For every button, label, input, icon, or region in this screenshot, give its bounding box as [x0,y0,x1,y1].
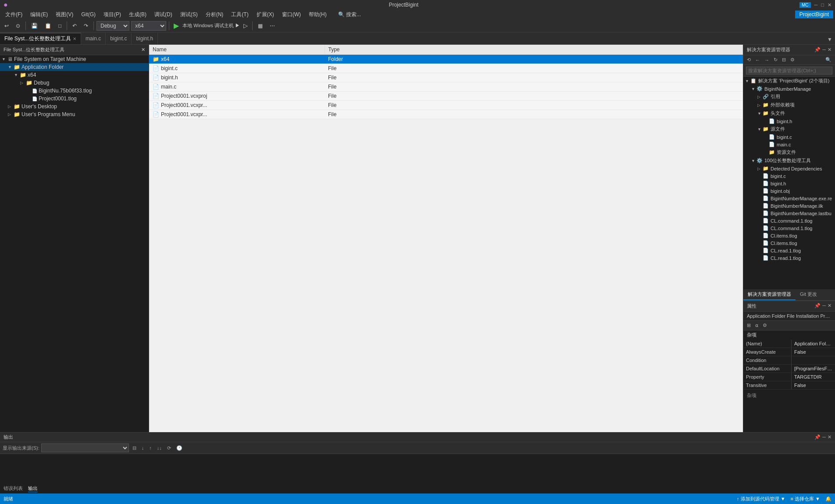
sol-tree-item[interactable]: 📄 bigint.c [743,172,835,180]
menu-edit[interactable]: 编辑(E) [27,10,51,19]
sol-tb-settings[interactable]: ⚙ [789,56,796,64]
menu-file[interactable]: 文件(F) [2,10,26,19]
menu-git[interactable]: Git(G) [78,11,99,18]
sol-tree-item[interactable]: 📄 CL.read.1.tlog [743,247,835,254]
toolbar-btn-2[interactable]: ⊙ [13,22,23,30]
tab-dropdown[interactable]: ▼ [824,35,835,44]
add-to-source-control[interactable]: ↑ 添加到源代码管理 ▼ [737,496,785,502]
tab-filesystem[interactable]: File Syst...位长整数处理工具 ✕ [0,33,81,44]
col-type[interactable]: Type [325,45,743,55]
table-row[interactable]: 📄Project0001.vcxpr...File [149,101,743,110]
tab-biginth[interactable]: bigint.h [132,33,158,44]
sol-tree-item[interactable]: ▼ 📋 解决方案 'ProjectBigint' (2个项目) [743,77,835,85]
toolbar-btn-3[interactable]: 📋 [42,22,54,30]
toolbar-undo[interactable]: ↶ [70,22,79,30]
sol-tree-item[interactable]: 📄 CL.read.1.tlog [743,254,835,262]
attach-button[interactable]: ▷ [242,22,250,29]
menu-project[interactable]: 项目(P) [100,10,125,19]
menu-build[interactable]: 生成(B) [125,10,150,19]
sol-tb-collapse[interactable]: ⊟ [780,56,788,64]
menu-view[interactable]: 视图(V) [52,10,77,19]
menu-debug[interactable]: 调试(D) [151,10,176,19]
sol-tree-item[interactable]: 📁 资源文件 [743,148,835,156]
sol-tb-sync[interactable]: ⟲ [745,56,753,64]
prop-value-cell[interactable]: [ProgramFilesFolder][... [792,365,835,373]
sol-tree-item[interactable]: ▼ 📁 源文件 [743,125,835,133]
prop-value-cell[interactable]: False [792,348,835,356]
table-row[interactable]: 📄bigint.cFile [149,64,743,73]
menu-window[interactable]: 窗口(W) [278,10,304,19]
prop-close-btn[interactable]: ✕ [828,303,831,309]
toolbar-redo[interactable]: ↷ [81,22,91,30]
toolbar-btn-more[interactable]: ▦ [255,22,265,30]
output-close-btn[interactable]: ✕ [828,434,831,440]
sol-tree-item[interactable]: ▼ 📁 头文件 [743,109,835,117]
menu-analyze[interactable]: 分析(N) [202,10,227,19]
table-row[interactable]: 📄Project0001.vcxpr...File [149,110,743,119]
tree-x64[interactable]: ▼ 📁 x64 [0,71,149,79]
config-select[interactable]: Debug Release [96,21,129,31]
sol-tree-item[interactable]: 📄 CL.command.1.tlog [743,217,835,224]
sol-tree-item[interactable]: 📄 BigintNumberManage.ilk [743,202,835,209]
sol-tree-item[interactable]: ▼ ⚙️ BigintNumberManage [743,85,835,92]
run-button[interactable]: ▶ [172,21,181,30]
tab-git-changes[interactable]: Git 更改 [796,289,821,300]
sol-tree-item[interactable]: 📄 CL.command.1.tlog [743,224,835,232]
fs-panel-close[interactable]: ✕ [141,47,145,53]
sol-tree-item[interactable]: ▷ 📁 外部依赖项 [743,101,835,109]
prop-minimize-btn[interactable]: ─ [822,303,826,309]
sol-tree-item[interactable]: 📄 BigintNumberManage.lastbu [743,209,835,217]
menu-tools[interactable]: 工具(T) [228,10,252,19]
tree-users-desktop[interactable]: ▷ 📁 User's Desktop [0,103,149,110]
sol-tb-refresh[interactable]: ↻ [772,56,779,64]
prop-value-cell[interactable]: Application Folder [792,340,835,348]
table-row[interactable]: 📄bigint.hFile [149,73,743,82]
output-tab-errors[interactable]: 错误列表 [4,485,23,492]
tree-project0001-tlog[interactable]: 📄 Project0001.tlog [0,95,149,103]
sol-tree-item[interactable]: 📄 Cl.items.tlog [743,239,835,247]
sol-tb-search[interactable]: 🔍 [824,56,833,64]
tab-bigintc[interactable]: bigint.c [106,33,132,44]
output-tab-output[interactable]: 输出 [28,485,38,492]
sol-tb-forward[interactable]: → [763,56,771,64]
tab-solution-explorer[interactable]: 解决方案资源管理器 [743,289,796,300]
close-btn[interactable]: ✕ [828,2,831,8]
col-name[interactable]: Name [149,45,325,55]
toolbar-save[interactable]: 💾 [29,22,40,30]
sol-tree-item[interactable]: 📄 bigint.h [743,180,835,187]
table-row[interactable]: 📄main.cFile [149,82,743,92]
output-tb-wrap[interactable]: ⟳ [165,444,173,452]
output-minimize-btn[interactable]: ─ [822,434,826,440]
tab-mainc[interactable]: main.c [81,33,106,44]
prop-tb-categorized[interactable]: ⊞ [745,322,753,329]
minimize-btn[interactable]: ─ [814,2,818,8]
output-tb-1[interactable]: ⊟ [131,444,138,452]
prop-value-cell[interactable]: False [792,381,835,389]
sol-close-btn[interactable]: ✕ [828,47,831,53]
sol-tree-item[interactable]: 📄 BigintNumberManage.exe.re [743,195,835,202]
output-tb-3[interactable]: ↑ [147,444,153,451]
notifications-bell[interactable]: 🔔 [825,496,831,502]
maximize-btn[interactable]: □ [821,2,824,8]
tab-filesystem-close[interactable]: ✕ [73,36,76,41]
select-repo[interactable]: ≡ 选择仓库 ▼ [791,496,820,502]
table-row[interactable]: 📁x64Folder [149,55,743,64]
sol-minimize-btn[interactable]: ─ [822,47,826,53]
output-tb-clear[interactable]: 🕐 [175,444,184,452]
menu-search[interactable]: 🔍 搜索... [335,10,364,19]
sol-tree-item[interactable]: 📄 Cl.items.tlog [743,232,835,239]
prop-tb-alphabetical[interactable]: ⍺ [753,322,760,329]
output-source-select[interactable] [41,444,129,452]
tree-debug[interactable]: ▷ 📁 Debug [0,79,149,87]
tree-users-programs[interactable]: ▷ 📁 User's Programs Menu [0,110,149,118]
toolbar-btn-extra[interactable]: ⋯ [267,22,278,30]
sol-tree-item[interactable]: 📄 bigint.h [743,117,835,125]
platform-select[interactable]: x64 x86 [131,21,166,31]
prop-tb-props[interactable]: ⚙ [761,322,769,329]
sol-tree-item[interactable]: ▷ 📁 Detected Dependencies [743,165,835,172]
prop-value-cell[interactable]: TARGETDIR [792,373,835,381]
output-tb-4[interactable]: ↓↓ [155,444,164,451]
sol-tree-item[interactable]: 📄 main.c [743,141,835,148]
prop-pin-btn[interactable]: 📌 [814,303,821,309]
toolbar-btn-4[interactable]: □ [56,22,64,30]
